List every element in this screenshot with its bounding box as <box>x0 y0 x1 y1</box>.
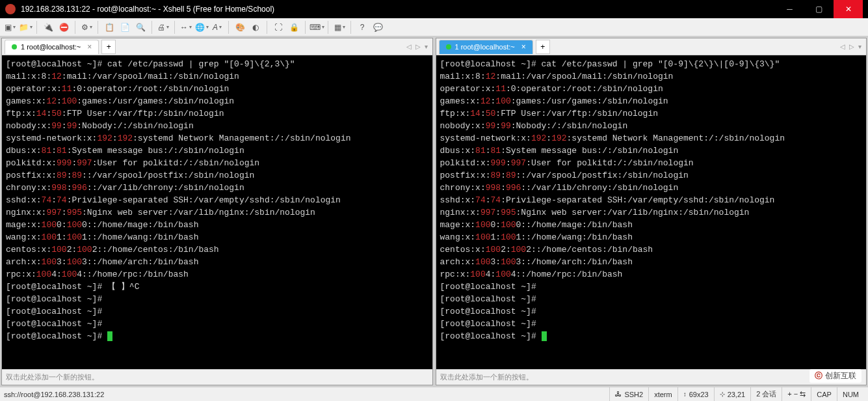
find-button[interactable]: 🔍 <box>133 20 148 35</box>
paste-button[interactable]: 📄 <box>118 20 132 35</box>
lock-button[interactable]: 🔒 <box>287 20 301 35</box>
left-tabbar: 1 root@localhost:~ × + ◁ ▷ ▾ <box>2 38 432 55</box>
add-tab-button[interactable]: + <box>101 40 116 54</box>
split-panes: 1 root@localhost:~ × + ◁ ▷ ▾ [root@local… <box>0 36 868 387</box>
pos-icon: ⊹ <box>720 391 725 398</box>
close-button[interactable]: ✕ <box>834 0 863 18</box>
right-pane: 1 root@localhost:~ × + ◁ ▷ ▾ [root@local… <box>436 38 867 385</box>
size-icon: ↕ <box>683 391 687 398</box>
status-nav[interactable]: + − ⇆ <box>782 387 811 401</box>
status-connection: ssh://root@192.168.238.131:22 <box>4 391 104 398</box>
help-button[interactable]: ? <box>355 20 369 35</box>
disconnect-button[interactable]: ⛔ <box>57 20 71 35</box>
status-dot-icon <box>12 44 17 49</box>
font-button[interactable]: A <box>210 20 224 35</box>
chat-button[interactable]: 💬 <box>371 20 385 35</box>
status-caps: CAP <box>811 387 837 401</box>
status-ssh: 🖧SSH2 <box>609 387 648 401</box>
status-num: NUM <box>837 387 864 401</box>
print-button[interactable]: 🖨 <box>156 20 170 35</box>
titlebar: 192.168.238.131:22 - root@localhost:~ - … <box>0 0 868 18</box>
left-hint[interactable]: 双击此处添加一个新的按钮。 <box>2 369 432 385</box>
properties-button[interactable]: ⚙ <box>79 20 94 35</box>
status-pos: ⊹23,21 <box>714 387 751 401</box>
app-icon <box>5 4 16 14</box>
tab-next-icon[interactable]: ▷ <box>847 43 856 50</box>
maximize-button[interactable]: ▢ <box>804 0 834 18</box>
add-tab-button[interactable]: + <box>536 40 550 54</box>
color-scheme-button[interactable]: 🎨 <box>233 20 247 35</box>
tab-label: 1 root@localhost:~ <box>455 43 515 51</box>
ssh-icon: 🖧 <box>615 391 622 398</box>
tab-menu-icon[interactable]: ▾ <box>423 43 430 50</box>
fullscreen-button[interactable]: ⛶ <box>271 20 285 35</box>
open-button[interactable]: 📁 <box>18 20 33 35</box>
tab-prev-icon[interactable]: ◁ <box>838 43 847 50</box>
reconnect-button[interactable]: 🔌 <box>41 20 55 35</box>
right-hint[interactable]: 双击此处添加一个新的按钮。 <box>436 369 867 385</box>
transfer-button[interactable]: ↔ <box>179 20 193 35</box>
right-tabbar: 1 root@localhost:~ × + ◁ ▷ ▾ <box>436 38 867 55</box>
keyboard-button[interactable]: ⌨ <box>309 20 324 35</box>
tab-menu-icon[interactable]: ▾ <box>856 43 863 50</box>
tab-prev-icon[interactable]: ◁ <box>404 43 414 50</box>
statusbar: ssh://root@192.168.238.131:22 🖧SSH2 xter… <box>0 387 868 401</box>
window-title: 192.168.238.131:22 - root@localhost:~ - … <box>21 5 775 14</box>
layout-button[interactable]: ▦ <box>332 20 347 35</box>
toolbar: ▣ 📁 🔌 ⛔ ⚙ 📋 📄 🔍 🖨 ↔ 🌐 A 🎨 ◐ ⛶ 🔒 ⌨ ▦ ? 💬 <box>0 18 868 36</box>
status-dot-icon <box>446 44 451 49</box>
watermark: ⓒ 创新互联 <box>809 369 861 383</box>
tab-next-icon[interactable]: ▷ <box>414 43 423 50</box>
new-session-button[interactable]: ▣ <box>3 20 17 35</box>
status-term: xterm <box>648 387 677 401</box>
tab-label: 1 root@localhost:~ <box>21 43 81 51</box>
left-tab[interactable]: 1 root@localhost:~ × <box>5 40 99 54</box>
tab-close-icon[interactable]: × <box>87 42 92 51</box>
watermark-logo-icon: ⓒ <box>815 370 822 381</box>
left-terminal[interactable]: [root@localhost ~]# cat /etc/passwd | gr… <box>2 55 432 369</box>
left-pane: 1 root@localhost:~ × + ◁ ▷ ▾ [root@local… <box>1 38 433 385</box>
right-terminal[interactable]: [root@localhost ~]# cat /etc/passwd | gr… <box>436 55 867 369</box>
minimize-button[interactable]: ─ <box>775 0 804 18</box>
status-size: ↕69x23 <box>677 387 714 401</box>
copy-button[interactable]: 📋 <box>102 20 116 35</box>
highlight-button[interactable]: ◐ <box>248 20 263 35</box>
tab-close-icon[interactable]: × <box>521 42 526 51</box>
globe-button[interactable]: 🌐 <box>194 20 209 35</box>
right-tab[interactable]: 1 root@localhost:~ × <box>439 40 533 54</box>
status-sessions: 2 会话 <box>750 387 782 401</box>
